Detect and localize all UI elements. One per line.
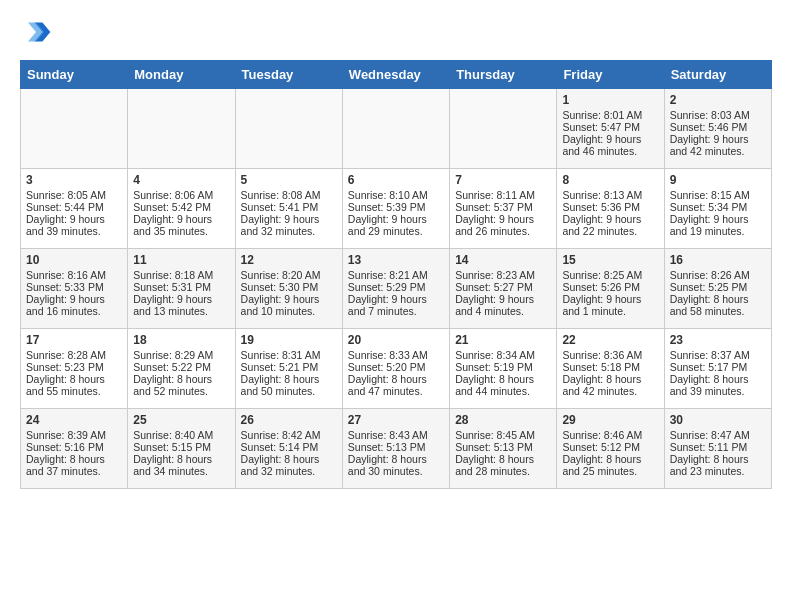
daylight-text: Daylight: 8 hours and 37 minutes. bbox=[26, 453, 122, 477]
sunrise-text: Sunrise: 8:08 AM bbox=[241, 189, 337, 201]
header-monday: Monday bbox=[128, 61, 235, 89]
day-number: 8 bbox=[562, 173, 658, 187]
sunset-text: Sunset: 5:25 PM bbox=[670, 281, 766, 293]
day-number: 13 bbox=[348, 253, 444, 267]
sunrise-text: Sunrise: 8:20 AM bbox=[241, 269, 337, 281]
sunset-text: Sunset: 5:21 PM bbox=[241, 361, 337, 373]
day-cell: 12Sunrise: 8:20 AMSunset: 5:30 PMDayligh… bbox=[235, 249, 342, 329]
sunset-text: Sunset: 5:12 PM bbox=[562, 441, 658, 453]
sunrise-text: Sunrise: 8:10 AM bbox=[348, 189, 444, 201]
day-cell: 14Sunrise: 8:23 AMSunset: 5:27 PMDayligh… bbox=[450, 249, 557, 329]
day-cell bbox=[21, 89, 128, 169]
day-number: 14 bbox=[455, 253, 551, 267]
day-number: 22 bbox=[562, 333, 658, 347]
sunset-text: Sunset: 5:13 PM bbox=[455, 441, 551, 453]
day-cell: 24Sunrise: 8:39 AMSunset: 5:16 PMDayligh… bbox=[21, 409, 128, 489]
day-number: 6 bbox=[348, 173, 444, 187]
daylight-text: Daylight: 8 hours and 34 minutes. bbox=[133, 453, 229, 477]
daylight-text: Daylight: 8 hours and 42 minutes. bbox=[562, 373, 658, 397]
sunset-text: Sunset: 5:16 PM bbox=[26, 441, 122, 453]
week-row-4: 24Sunrise: 8:39 AMSunset: 5:16 PMDayligh… bbox=[21, 409, 772, 489]
day-cell: 22Sunrise: 8:36 AMSunset: 5:18 PMDayligh… bbox=[557, 329, 664, 409]
day-number: 2 bbox=[670, 93, 766, 107]
daylight-text: Daylight: 8 hours and 23 minutes. bbox=[670, 453, 766, 477]
sunrise-text: Sunrise: 8:34 AM bbox=[455, 349, 551, 361]
daylight-text: Daylight: 8 hours and 47 minutes. bbox=[348, 373, 444, 397]
day-number: 21 bbox=[455, 333, 551, 347]
sunrise-text: Sunrise: 8:11 AM bbox=[455, 189, 551, 201]
sunrise-text: Sunrise: 8:21 AM bbox=[348, 269, 444, 281]
sunrise-text: Sunrise: 8:16 AM bbox=[26, 269, 122, 281]
day-number: 17 bbox=[26, 333, 122, 347]
sunset-text: Sunset: 5:15 PM bbox=[133, 441, 229, 453]
header-row: SundayMondayTuesdayWednesdayThursdayFrid… bbox=[21, 61, 772, 89]
day-cell: 15Sunrise: 8:25 AMSunset: 5:26 PMDayligh… bbox=[557, 249, 664, 329]
day-number: 4 bbox=[133, 173, 229, 187]
daylight-text: Daylight: 9 hours and 7 minutes. bbox=[348, 293, 444, 317]
day-number: 18 bbox=[133, 333, 229, 347]
day-number: 27 bbox=[348, 413, 444, 427]
daylight-text: Daylight: 9 hours and 29 minutes. bbox=[348, 213, 444, 237]
daylight-text: Daylight: 8 hours and 55 minutes. bbox=[26, 373, 122, 397]
sunrise-text: Sunrise: 8:25 AM bbox=[562, 269, 658, 281]
daylight-text: Daylight: 8 hours and 32 minutes. bbox=[241, 453, 337, 477]
day-cell: 4Sunrise: 8:06 AMSunset: 5:42 PMDaylight… bbox=[128, 169, 235, 249]
daylight-text: Daylight: 9 hours and 26 minutes. bbox=[455, 213, 551, 237]
calendar-table: SundayMondayTuesdayWednesdayThursdayFrid… bbox=[20, 60, 772, 489]
sunset-text: Sunset: 5:13 PM bbox=[348, 441, 444, 453]
sunset-text: Sunset: 5:47 PM bbox=[562, 121, 658, 133]
sunrise-text: Sunrise: 8:18 AM bbox=[133, 269, 229, 281]
day-cell bbox=[450, 89, 557, 169]
sunset-text: Sunset: 5:27 PM bbox=[455, 281, 551, 293]
sunset-text: Sunset: 5:20 PM bbox=[348, 361, 444, 373]
sunrise-text: Sunrise: 8:43 AM bbox=[348, 429, 444, 441]
logo-icon bbox=[20, 16, 52, 48]
sunset-text: Sunset: 5:29 PM bbox=[348, 281, 444, 293]
sunset-text: Sunset: 5:44 PM bbox=[26, 201, 122, 213]
day-cell: 11Sunrise: 8:18 AMSunset: 5:31 PMDayligh… bbox=[128, 249, 235, 329]
sunrise-text: Sunrise: 8:13 AM bbox=[562, 189, 658, 201]
sunrise-text: Sunrise: 8:23 AM bbox=[455, 269, 551, 281]
day-cell: 25Sunrise: 8:40 AMSunset: 5:15 PMDayligh… bbox=[128, 409, 235, 489]
sunset-text: Sunset: 5:17 PM bbox=[670, 361, 766, 373]
sunset-text: Sunset: 5:41 PM bbox=[241, 201, 337, 213]
sunrise-text: Sunrise: 8:36 AM bbox=[562, 349, 658, 361]
sunset-text: Sunset: 5:18 PM bbox=[562, 361, 658, 373]
daylight-text: Daylight: 8 hours and 52 minutes. bbox=[133, 373, 229, 397]
daylight-text: Daylight: 9 hours and 39 minutes. bbox=[26, 213, 122, 237]
page: SundayMondayTuesdayWednesdayThursdayFrid… bbox=[0, 0, 792, 499]
header-tuesday: Tuesday bbox=[235, 61, 342, 89]
day-cell: 1Sunrise: 8:01 AMSunset: 5:47 PMDaylight… bbox=[557, 89, 664, 169]
day-cell: 28Sunrise: 8:45 AMSunset: 5:13 PMDayligh… bbox=[450, 409, 557, 489]
day-cell: 13Sunrise: 8:21 AMSunset: 5:29 PMDayligh… bbox=[342, 249, 449, 329]
header-sunday: Sunday bbox=[21, 61, 128, 89]
week-row-2: 10Sunrise: 8:16 AMSunset: 5:33 PMDayligh… bbox=[21, 249, 772, 329]
day-number: 16 bbox=[670, 253, 766, 267]
daylight-text: Daylight: 9 hours and 35 minutes. bbox=[133, 213, 229, 237]
day-number: 23 bbox=[670, 333, 766, 347]
sunrise-text: Sunrise: 8:39 AM bbox=[26, 429, 122, 441]
logo bbox=[20, 16, 56, 48]
day-cell: 30Sunrise: 8:47 AMSunset: 5:11 PMDayligh… bbox=[664, 409, 771, 489]
day-cell: 26Sunrise: 8:42 AMSunset: 5:14 PMDayligh… bbox=[235, 409, 342, 489]
day-cell: 23Sunrise: 8:37 AMSunset: 5:17 PMDayligh… bbox=[664, 329, 771, 409]
sunrise-text: Sunrise: 8:28 AM bbox=[26, 349, 122, 361]
day-number: 15 bbox=[562, 253, 658, 267]
day-cell: 3Sunrise: 8:05 AMSunset: 5:44 PMDaylight… bbox=[21, 169, 128, 249]
daylight-text: Daylight: 8 hours and 39 minutes. bbox=[670, 373, 766, 397]
day-cell: 2Sunrise: 8:03 AMSunset: 5:46 PMDaylight… bbox=[664, 89, 771, 169]
sunset-text: Sunset: 5:23 PM bbox=[26, 361, 122, 373]
daylight-text: Daylight: 9 hours and 46 minutes. bbox=[562, 133, 658, 157]
day-number: 1 bbox=[562, 93, 658, 107]
daylight-text: Daylight: 8 hours and 30 minutes. bbox=[348, 453, 444, 477]
day-cell: 17Sunrise: 8:28 AMSunset: 5:23 PMDayligh… bbox=[21, 329, 128, 409]
sunset-text: Sunset: 5:22 PM bbox=[133, 361, 229, 373]
day-cell: 16Sunrise: 8:26 AMSunset: 5:25 PMDayligh… bbox=[664, 249, 771, 329]
day-number: 19 bbox=[241, 333, 337, 347]
header-saturday: Saturday bbox=[664, 61, 771, 89]
day-number: 5 bbox=[241, 173, 337, 187]
sunset-text: Sunset: 5:30 PM bbox=[241, 281, 337, 293]
sunrise-text: Sunrise: 8:42 AM bbox=[241, 429, 337, 441]
day-number: 3 bbox=[26, 173, 122, 187]
day-number: 30 bbox=[670, 413, 766, 427]
